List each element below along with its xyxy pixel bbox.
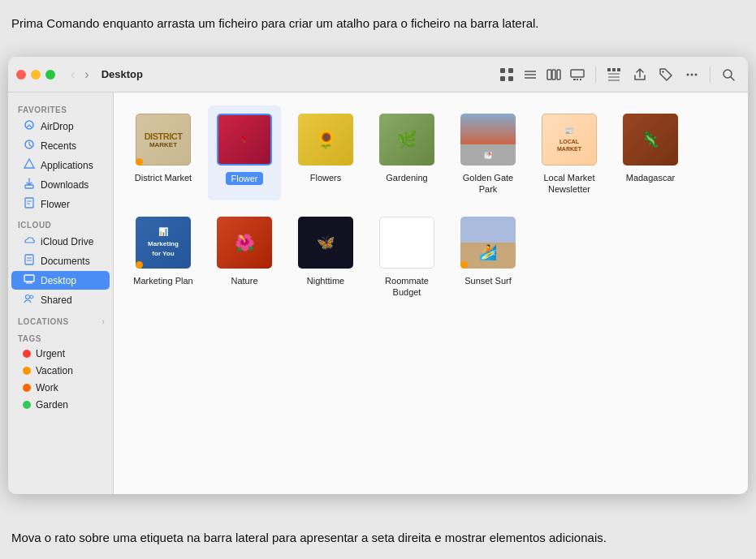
sunset-dot: [460, 261, 468, 269]
svg-rect-1: [508, 68, 513, 73]
documents-label: Documents: [41, 256, 90, 267]
svg-rect-7: [547, 70, 551, 80]
nature-name: Nature: [231, 275, 257, 286]
back-button[interactable]: ‹: [67, 66, 79, 84]
garden-dot: [23, 401, 31, 409]
nighttime-name: Nighttime: [307, 275, 344, 286]
finder-window: ‹ › Desktop: [8, 57, 748, 494]
traffic-lights: [16, 70, 55, 80]
favorites-label: Favorites: [8, 99, 113, 116]
svg-rect-2: [500, 76, 505, 81]
flowers-name: Flowers: [310, 172, 342, 183]
sidebar-item-flower[interactable]: Flower: [11, 195, 110, 213]
svg-rect-9: [557, 70, 560, 80]
madagascar-name: Madagascar: [626, 172, 676, 183]
file-icon-marketing: 📊 Marketingfor You: [134, 213, 192, 272]
file-area: DISTRICT MARKET District Market 🌹: [114, 92, 748, 494]
svg-rect-29: [25, 198, 33, 208]
district-market-name: District Market: [135, 172, 192, 183]
toolbar-actions: [495, 64, 740, 85]
sidebar-item-garden[interactable]: Garden: [11, 397, 110, 413]
sunset-name: Sunset Surf: [464, 275, 511, 286]
close-button[interactable]: [16, 70, 26, 80]
sidebar: Favorites AirDrop Recents Applications: [8, 92, 114, 494]
sidebar-item-shared[interactable]: Shared: [11, 290, 110, 309]
tooltip-bottom: Mova o rato sobre uma etiqueta na barra …: [8, 522, 748, 553]
flower-file-icon: [23, 197, 36, 211]
group-button[interactable]: [603, 64, 625, 85]
toolbar-divider-2: [710, 67, 711, 83]
svg-rect-8: [552, 70, 555, 80]
content-area: Favorites AirDrop Recents Applications: [8, 92, 748, 494]
sidebar-item-urgent[interactable]: Urgent: [11, 346, 110, 362]
district-market-dot: [136, 158, 143, 166]
file-item-madagascar[interactable]: 🦎 Madagascar: [614, 105, 687, 200]
gardening-name: Gardening: [386, 172, 427, 183]
svg-rect-15: [612, 68, 616, 71]
file-icon-flower: 🌹: [215, 110, 274, 169]
vacation-label: Vacation: [36, 365, 73, 376]
file-item-nature[interactable]: 🌺 Nature: [208, 209, 281, 303]
file-icon-golden-gate: 🌁: [459, 110, 517, 169]
applications-icon: [23, 158, 36, 172]
svg-rect-14: [607, 68, 611, 71]
desktop-label: Desktop: [41, 275, 76, 286]
view-list-button[interactable]: [519, 64, 542, 85]
file-item-newsletter[interactable]: 📰 LOCALMARKET Local Market Newsletter: [533, 105, 606, 200]
shared-label: Shared: [41, 295, 72, 306]
toolbar-divider-1: [595, 67, 596, 83]
minimize-button[interactable]: [31, 70, 41, 80]
svg-point-21: [687, 73, 689, 75]
tooltip-top: Prima Comando enquanto arrasta um fichei…: [8, 8, 748, 38]
view-icon-button[interactable]: [495, 64, 518, 85]
tag-button[interactable]: [654, 64, 677, 85]
search-button[interactable]: [717, 64, 740, 85]
sidebar-item-desktop[interactable]: Desktop: [11, 271, 110, 290]
svg-rect-0: [500, 68, 505, 73]
view-columns-button[interactable]: [542, 64, 565, 85]
forward-button[interactable]: ›: [80, 66, 93, 84]
sidebar-item-documents[interactable]: Documents: [11, 252, 110, 270]
maximize-button[interactable]: [45, 70, 55, 80]
more-button[interactable]: [680, 64, 703, 85]
sidebar-item-work[interactable]: Work: [11, 380, 110, 396]
applications-label: Applications: [41, 160, 93, 171]
file-item-nighttime[interactable]: 🦋 Nighttime: [289, 209, 362, 303]
garden-label: Garden: [36, 399, 68, 411]
recents-icon: [23, 139, 36, 153]
icloud-label: iCloud: [8, 214, 113, 231]
work-label: Work: [36, 382, 58, 393]
svg-rect-13: [580, 79, 581, 80]
svg-point-20: [662, 71, 663, 72]
nav-arrows: ‹ ›: [67, 66, 93, 84]
share-button[interactable]: [629, 64, 651, 85]
file-icon-sunset: 🏄: [459, 213, 517, 272]
file-item-flower[interactable]: 🌹 Flower: [208, 105, 281, 200]
sidebar-item-applications[interactable]: Applications: [11, 156, 110, 174]
tags-label: Tags: [8, 328, 113, 345]
airdrop-label: AirDrop: [41, 121, 74, 132]
urgent-label: Urgent: [36, 348, 65, 359]
file-icon-flowers: 🌻: [296, 110, 355, 169]
svg-line-25: [731, 77, 734, 80]
file-icon-nature: 🌺: [215, 213, 274, 272]
sidebar-item-icloud-drive[interactable]: iCloud Drive: [11, 232, 110, 251]
svg-point-22: [691, 73, 693, 75]
file-item-golden-gate[interactable]: 🌁 Golden Gate Park: [451, 105, 525, 200]
sidebar-item-recents[interactable]: Recents: [11, 136, 110, 155]
sidebar-item-vacation[interactable]: Vacation: [11, 363, 110, 379]
file-item-sunset[interactable]: 🏄 Sunset Surf: [451, 209, 525, 303]
view-gallery-button[interactable]: [566, 64, 589, 85]
sidebar-item-downloads[interactable]: Downloads: [11, 175, 110, 194]
file-item-gardening[interactable]: 🌿 Gardening: [370, 105, 443, 200]
recents-label: Recents: [41, 140, 76, 152]
file-item-marketing[interactable]: 📊 Marketingfor You Marketing Plan: [127, 209, 200, 303]
file-item-district-market[interactable]: DISTRICT MARKET District Market: [127, 105, 200, 200]
sidebar-item-airdrop[interactable]: AirDrop: [11, 117, 110, 135]
svg-rect-16: [617, 68, 620, 71]
roommate-name: Roommate Budget: [374, 275, 440, 299]
svg-rect-30: [25, 255, 33, 264]
file-item-roommate[interactable]: Roommate Budget: [370, 209, 443, 303]
file-item-flowers[interactable]: 🌻 Flowers: [289, 105, 362, 200]
locations-chevron-icon[interactable]: ›: [102, 316, 105, 326]
